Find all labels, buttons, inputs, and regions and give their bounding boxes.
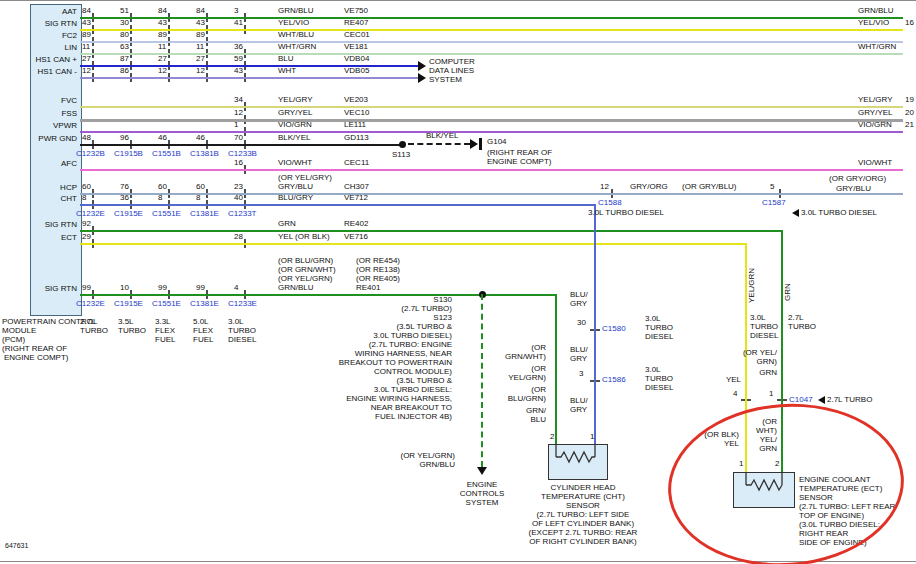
pin-number: 27 [196,55,205,63]
pin-number: 86 [120,67,129,75]
connector-link[interactable]: C1915E [114,300,143,308]
pin-number: 89 [158,31,167,39]
engine-variant-label: FUEL [155,336,175,344]
note-arrow-icon [818,396,825,404]
circuit-label: RE401 [356,284,380,292]
wire-color-label: GRN [759,369,777,377]
pin-number: 29 [82,233,91,241]
circuit-label: GD113 [344,134,369,142]
wire-color-label: VIO/WHT [278,159,312,167]
note: 3.0L TURBO DIESEL [801,209,877,217]
connector-link[interactable]: C1381E [190,300,219,308]
note: TURBO [750,323,778,331]
wire-color-alt-label: (OR [531,386,546,394]
pin-number: 12 [600,183,609,191]
connector-link[interactable]: C1381B [190,150,219,158]
connector-link[interactable]: C1915B [114,150,143,158]
connector-link[interactable]: C1232E [76,300,105,308]
splice-note-line: WIRING HARNESS, NEAR [355,350,452,358]
grid-ref: 20 [905,109,914,117]
pin-number: 8 [158,194,162,202]
engine-variant-label: TURBO [118,327,146,335]
pin-number: 23 [234,183,243,191]
connector-link[interactable]: C1232B [76,150,105,158]
pin-number: 12 [196,67,205,75]
splice-note-line: (2.7L TURBO: ENGINE [369,341,452,349]
wire-ve712 [80,204,596,206]
wire-color-label: WHT/BLU [278,31,314,39]
pin-number: 51 [120,7,129,15]
connector-link[interactable]: C1233T [228,210,256,218]
right-wire-label: WHT/GRN [858,43,896,51]
right-wire-label: VIO/GRN [858,121,892,129]
wire-color-alt-label: (OR YEL/ [743,349,777,357]
pin-number: 8 [196,194,200,202]
pin-number: 48 [82,134,91,142]
wire-color-alt-label: (OR GRN/WHT) [278,266,336,274]
circuit-label: VE181 [344,43,368,51]
wire-color-label: GRY [570,355,587,363]
wire-color-label: GRY/ORG [630,183,668,191]
right-wire-label: GRY/YEL [858,109,893,117]
pin-number: 4 [733,390,737,398]
note: 3.0L TURBO DIESEL [588,209,664,217]
wire-color-label: YEL [726,376,741,384]
connector-link[interactable]: C1586 [602,376,626,384]
engine-variant-label: FLEX [155,327,175,335]
pin-number: 11 [196,43,204,51]
splice-note-line: FUEL INJECTOR 4B) [375,413,452,421]
note: 3.0L [645,366,661,374]
wire-color-alt-label: GRN/WHT) [505,353,546,361]
wire-color-label: BLU/GRY [278,194,313,202]
connector-link[interactable]: C1588 [598,199,622,207]
pin-number: 60 [82,183,91,191]
connector-link[interactable]: C1587 [762,199,786,207]
engine-variant-label: 3.3L [155,318,171,326]
pin-number: 11 [82,43,90,51]
pin-number: 43 [158,19,167,27]
connector-link[interactable]: C1233B [228,150,257,158]
pin-number: 40 [234,194,243,202]
right-wire-label: VIO/WHT [858,159,892,167]
connector-link[interactable]: C1381E [190,210,219,218]
connector-link[interactable]: C1551E [152,300,181,308]
pin-number: 59 [234,55,243,63]
pin-number: 84 [158,7,167,15]
pin-number: 99 [196,284,205,292]
pin-number: 46 [196,134,205,142]
note: 2.7L [788,314,804,322]
circuit-label: CEC11 [344,159,369,167]
data-lines-arrow-icon [418,61,426,71]
circuit-label: CEC01 [344,31,370,39]
wire-gd113 [80,144,402,146]
wire-color-alt-label: BLU/GRN) [508,395,546,403]
wire-color-label: YEL (OR BLK) [278,233,330,241]
wire-color-alt-label: (OR YEL/GRN) [278,275,333,283]
engine-variant-label: 5.0L [193,318,209,326]
engine-controls-arrow-icon [477,467,487,475]
splice-note-line: (3.5L TURBO & [396,323,452,331]
pin-number: 1 [769,390,773,398]
connector-link[interactable]: C1915E [114,210,143,218]
connector-link[interactable]: C1233E [228,300,257,308]
pin-number: 60 [158,183,167,191]
wire-color-label: GRN/BLU [419,461,455,469]
sensor-pin-number: 2 [550,433,554,441]
connector-link[interactable]: C1232E [76,210,105,218]
connector-link[interactable]: C1551B [152,150,181,158]
note: DIESEL [645,333,673,341]
note: TURBO [788,323,816,331]
pin-number: 43 [196,19,205,27]
pin-number: 30 [120,19,129,27]
right-wire-label: GRY/BLU [836,185,871,193]
note: 3.0L [645,315,661,323]
engine-variant-label: 2.7L [80,318,96,326]
splice-note-line: S130 [433,296,452,304]
circuit-label: VEC10 [344,109,369,117]
wire-color-alt-label: (OR BLU/GRN) [278,257,333,265]
connector-link[interactable]: C1551E [152,210,181,218]
cht-sensor-box [548,444,608,480]
connector-link[interactable]: C1580 [602,325,626,333]
circuit-label: VDB05 [344,67,369,75]
splice-note-line: 3.0L TURBO DIESEL: [374,386,452,394]
